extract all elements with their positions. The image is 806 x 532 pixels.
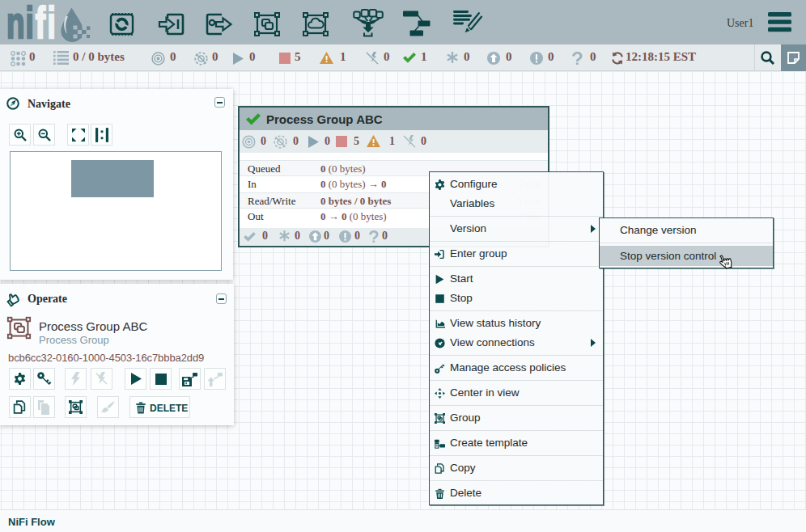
- svg-text:fi: fi: [36, 3, 58, 44]
- svg-text:ni: ni: [6, 3, 35, 44]
